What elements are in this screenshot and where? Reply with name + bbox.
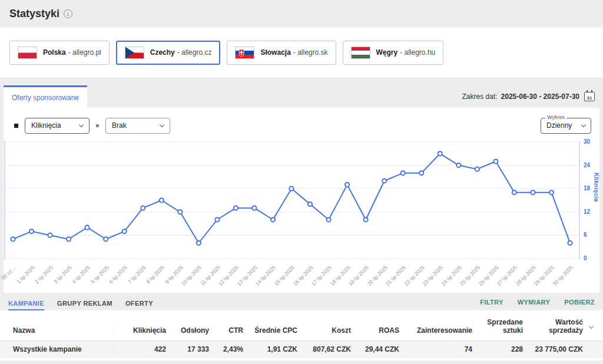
col-header-srednie-cpc[interactable]: Średnie CPC [243, 327, 297, 335]
col-header-roas[interactable]: ROAS [351, 327, 399, 335]
date-range-value: 2025-06-30 - 2025-07-30 [501, 92, 579, 101]
col-header-odslony[interactable]: Odsłony [166, 327, 209, 335]
cell-nazwa: Wszystkie kampanie [13, 345, 113, 353]
tab-oferty-sponsorowane[interactable]: Oferty sponsorowane [4, 85, 87, 108]
market-button-czechy[interactable]: Czechy- allegro.cz [116, 41, 221, 65]
col-header-nazwa[interactable]: Nazwa [13, 327, 113, 335]
y-axis-tick: 24 [584, 162, 599, 168]
y-axis-title: Kliknięcia [593, 173, 599, 202]
chart-type-select[interactable]: Wykres Dzienny [541, 118, 591, 134]
cell-odslony: 17 333 [166, 345, 209, 353]
sort-chevron-icon[interactable] [589, 324, 594, 329]
stats-table: Nazwa Kliknięcia Odsłony CTR Średnie CPC… [0, 310, 603, 364]
market-button-slowacja[interactable]: Słowacja- allegro.sk [227, 41, 336, 65]
col-header-zainteresowanie[interactable]: Zainteresowanie [399, 327, 472, 335]
hungary-flag-icon [351, 47, 370, 59]
metric-select[interactable]: Kliknięcia [25, 118, 90, 134]
y-axis-tick: 12 [584, 209, 599, 215]
cell-koszt: 807,62 CZK [297, 345, 351, 353]
bottom-strip [0, 360, 603, 364]
market-domain: - allegro.pl [68, 48, 101, 57]
col-header-klikniecia[interactable]: Kliknięcia [113, 327, 166, 335]
col-header-koszt[interactable]: Koszt [297, 327, 351, 335]
action-filtry[interactable]: FILTRY [480, 299, 503, 310]
chevron-down-icon [79, 122, 84, 127]
chart-type-label: Wykres [545, 114, 566, 120]
metric-series-marker [14, 124, 18, 128]
market-domain: - allegro.cz [177, 48, 212, 57]
market-name: Czechy [150, 48, 175, 57]
cell-ctr: 2,43% [209, 345, 243, 353]
tab-kampanie[interactable]: KAMPANIE [8, 300, 44, 310]
calendar-icon[interactable]: 31 [584, 92, 595, 101]
line-chart-canvas [4, 138, 599, 263]
info-icon[interactable]: i [64, 9, 72, 18]
cell-srednie-cpc: 1,91 CZK [243, 345, 297, 353]
date-range-label: Zakres dat: [462, 92, 498, 101]
divider-band [0, 77, 603, 85]
y-axis-tick: 6 [584, 231, 599, 238]
date-range-picker[interactable]: Zakres dat: 2025-06-30 - 2025-07-30 31 [462, 85, 595, 108]
market-button-polska[interactable]: Polska- allegro.pl [9, 41, 110, 65]
cell-klikniecia: 422 [113, 345, 166, 353]
tab-label: Oferty sponsorowane [12, 94, 79, 102]
y-axis-tick: 30 [584, 138, 599, 145]
metric-select-value: Kliknięcia [31, 121, 61, 130]
chevron-down-icon [160, 122, 164, 127]
compare-series-marker [96, 124, 99, 127]
statistics-panel: Oferty sponsorowane Zakres dat: 2025-06-… [4, 85, 599, 293]
poland-flag-icon [18, 47, 37, 59]
chart-type-value: Dzienny [546, 121, 572, 130]
chart-section: Kliknięcia Brak Wykres Dzienny 30 cz…1 l… [4, 108, 599, 293]
cell-roas: 29,44 CZK [351, 345, 399, 353]
slovakia-flag-icon [235, 47, 254, 59]
chart-controls: Kliknięcia Brak Wykres Dzienny [4, 117, 599, 134]
czech-flag-icon [125, 47, 144, 59]
compare-select-value: Brak [112, 121, 127, 130]
market-name: Węgry [376, 48, 398, 57]
tab-grupy-reklam[interactable]: GRUPY REKLAM [57, 300, 112, 310]
tab-oferty[interactable]: OFERTY [125, 300, 153, 310]
market-name: Polska [43, 48, 66, 57]
market-domain: - allegro.sk [293, 48, 328, 57]
col-header-label: Wartość sprzedaży [549, 318, 583, 335]
page-title: Statystyki [9, 8, 59, 20]
compare-select[interactable]: Brak [105, 118, 170, 134]
y-axis-tick: 0 [584, 255, 599, 262]
market-name: Słowacja [260, 48, 290, 57]
market-domain: - allegro.hu [400, 48, 435, 57]
cell-wartosc-sprzedazy: 23 775,00 CZK [523, 345, 583, 353]
chevron-down-icon [581, 122, 586, 127]
action-pobierz[interactable]: POBIERZ [564, 299, 595, 310]
col-header-ctr[interactable]: CTR [209, 327, 243, 335]
market-button-wegry[interactable]: Węgry- allegro.hu [343, 41, 444, 65]
cell-zainteresowanie: 74 [399, 345, 472, 353]
x-axis-labels: 30 cz…1 lip 20252 lip 20253 lip 20254 li… [4, 262, 599, 289]
top-bar: Statystyki i [0, 0, 603, 28]
col-header-sprzedane-sztuki[interactable]: Sprzedane sztuki [472, 319, 523, 335]
line-chart: 30 cz…1 lip 20252 lip 20253 lip 20254 li… [4, 138, 599, 287]
market-selector: Polska- allegro.pl Czechy- allegro.cz Sł… [0, 28, 603, 77]
action-wymiary[interactable]: WYMIARY [518, 299, 551, 310]
table-header-row: Nazwa Kliknięcia Odsłony CTR Średnie CPC… [0, 310, 603, 341]
table-tab-bar: KAMPANIE GRUPY REKLAM OFERTY FILTRY WYMI… [0, 293, 603, 310]
cell-sprzedane-sztuki: 228 [472, 345, 523, 353]
panel-tab-row: Oferty sponsorowane Zakres dat: 2025-06-… [4, 85, 599, 108]
table-row: Wszystkie kampanie 422 17 333 2,43% 1,91… [0, 341, 603, 358]
col-header-wartosc-sprzedazy[interactable]: Wartość sprzedaży [523, 319, 583, 335]
